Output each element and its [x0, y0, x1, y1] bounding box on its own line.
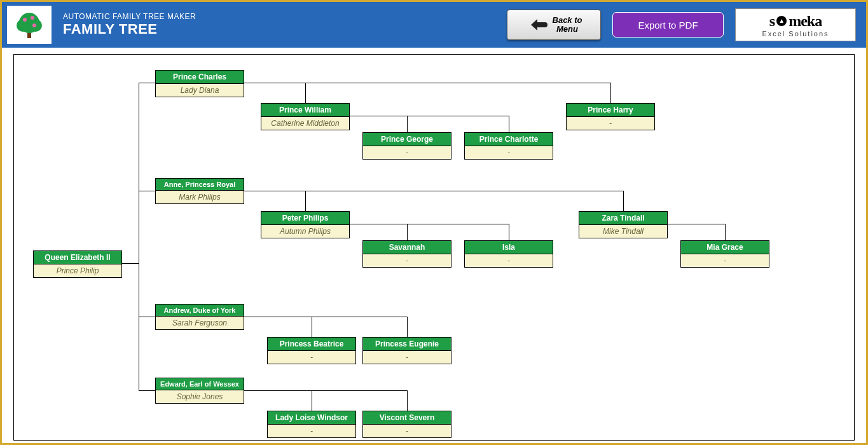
node-primary: Prince George [363, 133, 451, 146]
node-grandchild: Princess Beatrice - [267, 337, 356, 364]
node-greatgrandchild: Prince Charlotte - [464, 132, 553, 160]
svg-point-6 [32, 24, 36, 27]
node-spouse: - [567, 117, 654, 130]
node-spouse: - [363, 146, 451, 159]
node-spouse: - [268, 425, 355, 437]
node-primary: Zara Tindall [579, 212, 667, 225]
node-primary: Savannah [363, 241, 451, 254]
app-logo [7, 6, 52, 44]
node-spouse: - [363, 254, 451, 267]
node-child: Edward, Earl of Wessex Sophie Jones [155, 378, 244, 404]
node-grandchild: Prince Harry - [566, 103, 655, 130]
node-greatgrandchild: Savannah - [362, 240, 451, 268]
back-arrow-icon [526, 16, 549, 34]
node-root: Queen Elizabeth II Prince Philip [33, 250, 122, 278]
brand-badge: smeka Excel Solutions [735, 8, 856, 41]
node-spouse: - [465, 254, 553, 267]
back-to-menu-button[interactable]: Back toMenu [507, 10, 601, 40]
brand-tagline: Excel Solutions [762, 30, 829, 38]
node-primary: Prince Harry [567, 104, 654, 117]
tree-icon [13, 9, 45, 41]
node-grandchild: Princess Eugenie - [362, 337, 451, 364]
title-block: AUTOMATIC FAMILY TREE MAKER FAMILY TREE [63, 12, 196, 38]
node-spouse: - [363, 351, 451, 364]
node-primary: Lady Loise Windsor [268, 411, 355, 425]
node-primary: Edward, Earl of Wessex [156, 378, 244, 390]
node-spouse: Sophie Jones [156, 390, 244, 403]
tree-canvas: Queen Elizabeth II Prince Philip Prince … [13, 54, 855, 441]
node-greatgrandchild: Isla - [464, 240, 553, 268]
node-spouse: Sarah Ferguson [156, 317, 244, 329]
node-spouse: - [465, 146, 553, 159]
node-grandchild: Lady Loise Windsor - [267, 411, 356, 438]
node-primary: Peter Philips [261, 212, 349, 225]
node-spouse: - [363, 425, 451, 437]
node-primary: Mia Grace [681, 241, 769, 254]
node-grandchild: Prince William Catherine Middleton [261, 103, 350, 130]
app-subtitle: AUTOMATIC FAMILY TREE MAKER [63, 12, 196, 21]
svg-point-2 [17, 19, 29, 32]
node-grandchild: Viscont Severn - [362, 411, 451, 438]
node-spouse: Mark Philips [156, 191, 244, 203]
node-primary: Prince William [261, 104, 349, 117]
node-greatgrandchild: Prince George - [362, 132, 451, 160]
node-spouse: Catherine Middleton [261, 117, 349, 130]
node-spouse: Mike Tindall [579, 225, 667, 238]
node-primary: Prince Charles [156, 71, 244, 84]
back-button-label: Back toMenu [553, 16, 582, 34]
node-spouse: - [681, 254, 769, 267]
node-child: Anne, Princess Royal Mark Philips [155, 178, 244, 204]
app-title: FAMILY TREE [63, 21, 196, 38]
export-pdf-button[interactable]: Export to PDF [612, 12, 724, 38]
export-button-label: Export to PDF [638, 20, 698, 31]
brand-name: smeka [769, 13, 822, 30]
node-spouse: Prince Philip [34, 264, 121, 277]
node-primary: Isla [465, 241, 553, 254]
node-grandchild: Peter Philips Autumn Philips [261, 211, 350, 238]
node-greatgrandchild: Mia Grace - [680, 240, 769, 268]
svg-point-4 [23, 18, 27, 22]
brand-dot-icon [776, 16, 787, 26]
node-child: Prince Charles Lady Diana [155, 70, 244, 97]
node-primary: Princess Eugenie [363, 338, 451, 351]
node-primary: Andrew, Duke of York [156, 305, 244, 317]
node-child: Andrew, Duke of York Sarah Ferguson [155, 304, 244, 330]
app-header: AUTOMATIC FAMILY TREE MAKER FAMILY TREE … [2, 2, 866, 48]
node-spouse: - [268, 351, 355, 364]
node-primary: Viscont Severn [363, 411, 451, 425]
node-spouse: Lady Diana [156, 84, 244, 97]
node-primary: Queen Elizabeth II [34, 251, 121, 264]
svg-point-5 [31, 16, 34, 20]
node-primary: Princess Beatrice [268, 338, 355, 351]
node-spouse: Autumn Philips [261, 225, 349, 238]
node-primary: Anne, Princess Royal [156, 179, 244, 191]
node-grandchild: Zara Tindall Mike Tindall [579, 211, 668, 238]
node-primary: Prince Charlotte [465, 133, 553, 146]
